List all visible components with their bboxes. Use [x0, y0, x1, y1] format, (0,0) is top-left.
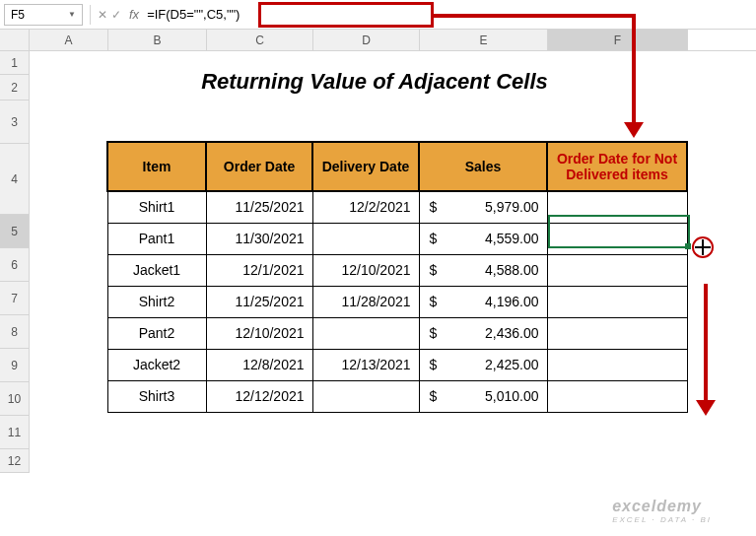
cell-result[interactable]: [547, 223, 687, 254]
row-header-10[interactable]: 10: [0, 382, 30, 416]
data-table: Item Order Date Delivery Date Sales Orde…: [106, 141, 688, 413]
table-row: Jacket112/1/202112/10/2021$4,588.00: [107, 254, 687, 286]
watermark: exceldemy EXCEL · DATA · BI: [612, 498, 712, 524]
cell-result[interactable]: [547, 349, 687, 380]
col-header-F[interactable]: F: [548, 30, 688, 50]
header-order-date[interactable]: Order Date: [206, 142, 312, 191]
col-header-C[interactable]: C: [207, 30, 313, 50]
cell-result[interactable]: [547, 191, 687, 223]
cell-order-date[interactable]: 11/25/2021: [206, 286, 312, 317]
row-headers: 123456789101112: [0, 51, 30, 473]
cell-sales[interactable]: $5,979.00: [419, 191, 547, 223]
cell-item[interactable]: Jacket1: [107, 254, 206, 286]
cell-delivery-date[interactable]: [312, 380, 419, 412]
cell-delivery-date[interactable]: 12/13/2021: [312, 349, 419, 380]
row-header-2[interactable]: 2: [0, 75, 30, 100]
col-header-E[interactable]: E: [420, 30, 548, 50]
cell-item[interactable]: Shirt3: [107, 380, 206, 412]
cell-sales[interactable]: $4,559.00: [419, 223, 547, 254]
table-row: Shirt111/25/202112/2/2021$5,979.00: [107, 191, 687, 223]
cell-delivery-date[interactable]: [312, 223, 419, 254]
cell-order-date[interactable]: 11/30/2021: [206, 223, 312, 254]
name-box-value: F5: [11, 8, 25, 22]
cell-item[interactable]: Pant1: [107, 223, 206, 254]
crosshair-cursor: [692, 236, 716, 260]
cell-delivery-date[interactable]: 12/10/2021: [312, 254, 419, 286]
row-header-7[interactable]: 7: [0, 282, 30, 315]
cell-sales[interactable]: $4,196.00: [419, 286, 547, 317]
cell-item[interactable]: Shirt1: [107, 191, 206, 223]
name-box[interactable]: F5 ▼: [4, 4, 83, 26]
table-row: Jacket212/8/202112/13/2021$2,425.00: [107, 349, 687, 380]
formula-bar: F5 ▼ ✕ ✓ fx: [0, 0, 756, 30]
divider: [90, 5, 91, 25]
col-header-B[interactable]: B: [108, 30, 207, 50]
formula-bar-icons: ✕ ✓: [94, 8, 125, 22]
cell-sales[interactable]: $2,425.00: [419, 349, 547, 380]
cancel-icon[interactable]: ✕: [98, 8, 107, 22]
row-header-11[interactable]: 11: [0, 416, 30, 449]
cell-sales[interactable]: $2,436.00: [419, 317, 547, 349]
cell-item[interactable]: Shirt2: [107, 286, 206, 317]
table-row: Pant111/30/2021$4,559.00: [107, 223, 687, 254]
cell-order-date[interactable]: 12/1/2021: [206, 254, 312, 286]
row-header-12[interactable]: 12: [0, 449, 30, 473]
spreadsheet-grid: ABCDEF 123456789101112 Returning Value o…: [0, 30, 756, 51]
table-row: Shirt211/25/202111/28/2021$4,196.00: [107, 286, 687, 317]
cell-item[interactable]: Pant2: [107, 317, 206, 349]
cell-delivery-date[interactable]: [312, 317, 419, 349]
cell-result[interactable]: [547, 286, 687, 317]
crosshair-ring: [692, 236, 714, 258]
cell-result[interactable]: [547, 317, 687, 349]
cell-item[interactable]: Jacket2: [107, 349, 206, 380]
cell-order-date[interactable]: 12/8/2021: [206, 349, 312, 380]
chevron-down-icon[interactable]: ▼: [68, 10, 76, 19]
page-title: Returning Value of Adjacent Cells: [30, 69, 720, 95]
table-row: Pant212/10/2021$2,436.00: [107, 317, 687, 349]
cell-order-date[interactable]: 12/10/2021: [206, 317, 312, 349]
cell-sales[interactable]: $4,588.00: [419, 254, 547, 286]
row-header-4[interactable]: 4: [0, 144, 30, 215]
header-item[interactable]: Item: [107, 142, 206, 191]
column-headers: ABCDEF: [0, 30, 756, 51]
cell-result[interactable]: [547, 254, 687, 286]
cell-order-date[interactable]: 12/12/2021: [206, 380, 312, 412]
cell-result[interactable]: [547, 380, 687, 412]
cell-delivery-date[interactable]: 12/2/2021: [312, 191, 419, 223]
select-all-corner[interactable]: [0, 30, 30, 50]
cell-order-date[interactable]: 11/25/2021: [206, 191, 312, 223]
row-header-8[interactable]: 8: [0, 315, 30, 349]
cell-sales[interactable]: $5,010.00: [419, 380, 547, 412]
header-delivery-date[interactable]: Delivery Date: [312, 142, 419, 191]
table-row: Shirt312/12/2021$5,010.00: [107, 380, 687, 412]
row-header-6[interactable]: 6: [0, 248, 30, 282]
header-sales[interactable]: Sales: [419, 142, 547, 191]
row-header-1[interactable]: 1: [0, 51, 30, 75]
cell-delivery-date[interactable]: 11/28/2021: [312, 286, 419, 317]
row-header-9[interactable]: 9: [0, 349, 30, 382]
row-header-3[interactable]: 3: [0, 100, 30, 144]
accept-icon[interactable]: ✓: [111, 8, 121, 22]
col-header-D[interactable]: D: [313, 30, 420, 50]
fx-icon[interactable]: fx: [129, 7, 139, 22]
col-header-A[interactable]: A: [30, 30, 108, 50]
row-header-5[interactable]: 5: [0, 215, 30, 248]
header-result[interactable]: Order Date for Not Delivered items: [547, 142, 687, 191]
